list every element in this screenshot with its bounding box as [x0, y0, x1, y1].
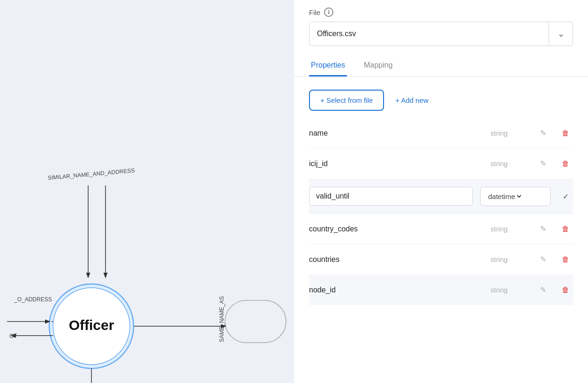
right-panel: File ℹ Officers.csv ⌄ Properties Mapping… [294, 0, 588, 383]
trash-icon: 🗑 [562, 160, 569, 168]
property-name-nodeid: node_id [309, 286, 483, 294]
edit-icijid-button[interactable]: ✎ [535, 156, 550, 171]
delete-countrycodes-button[interactable]: 🗑 [558, 222, 573, 237]
trash-icon: 🗑 [562, 225, 569, 233]
file-section: File ℹ Officers.csv ⌄ [294, 0, 588, 46]
trash-icon: 🗑 [562, 255, 569, 264]
svg-rect-0 [0, 0, 294, 383]
edit-name-button[interactable]: ✎ [535, 126, 550, 141]
file-dropdown-arrow[interactable]: ⌄ [549, 29, 573, 39]
property-row: icij_id string ✎ 🗑 [309, 149, 573, 179]
property-row: country_codes string ✎ 🗑 [309, 214, 573, 245]
pencil-icon: ✎ [540, 255, 546, 264]
property-row: countries string ✎ 🗑 [309, 245, 573, 275]
pencil-icon: ✎ [540, 159, 546, 168]
trash-icon: 🗑 [562, 286, 569, 294]
add-new-label: + Add new [395, 96, 428, 104]
delete-countries-button[interactable]: 🗑 [558, 252, 573, 267]
file-label: File [309, 8, 320, 16]
edit-countries-button[interactable]: ✎ [535, 252, 550, 267]
property-type-dropdown[interactable]: datetime string integer boolean [480, 187, 550, 206]
edit-countrycodes-button[interactable]: ✎ [535, 222, 550, 237]
select-from-file-button[interactable]: + Select from file [309, 90, 384, 111]
pencil-icon: ✎ [540, 129, 546, 138]
property-type-icijid: string [490, 160, 528, 168]
action-buttons: + Select from file + Add new [294, 77, 588, 118]
graph-panel: SIMILAR_NAME_AND_ADDRESS SAME_NAME_AS _O… [0, 0, 294, 383]
add-new-button[interactable]: + Add new [395, 96, 428, 104]
property-name-name: name [309, 129, 483, 138]
confirm-edit-button[interactable]: ✓ [558, 189, 573, 204]
property-row-editing: datetime string integer boolean ✓ [309, 179, 573, 214]
delete-name-button[interactable]: 🗑 [558, 126, 573, 141]
file-dropdown-value: Officers.csv [309, 23, 549, 45]
property-name-icijid: icij_id [309, 160, 483, 168]
file-dropdown[interactable]: Officers.csv ⌄ [309, 22, 573, 46]
property-row: node_id string ✎ 🗑 [309, 275, 573, 305]
property-name-countries: countries [309, 255, 483, 264]
properties-list: name string ✎ 🗑 icij_id string ✎ 🗑 [294, 118, 588, 305]
file-label-row: File ℹ [309, 8, 573, 17]
tab-properties[interactable]: Properties [309, 55, 347, 77]
edit-nodeid-button[interactable]: ✎ [535, 283, 550, 298]
select-from-file-label: + Select from file [320, 96, 373, 104]
file-info-icon[interactable]: ℹ [324, 8, 333, 17]
property-type-nodeid: string [490, 286, 528, 294]
property-type-countries: string [490, 255, 528, 263]
property-row: name string ✎ 🗑 [309, 118, 573, 149]
delete-icijid-button[interactable]: 🗑 [558, 156, 573, 171]
property-type-select[interactable]: datetime string integer boolean [486, 192, 523, 201]
property-type-name: string [490, 129, 528, 137]
trash-icon: 🗑 [562, 129, 569, 138]
edge-label-left-bottom: OF [9, 333, 17, 339]
officer-node-label: Officer [69, 317, 114, 333]
property-type-countrycodes: string [490, 225, 528, 233]
tab-mapping[interactable]: Mapping [362, 55, 394, 77]
checkmark-icon: ✓ [563, 192, 569, 201]
pencil-icon: ✎ [540, 224, 546, 233]
pencil-icon: ✎ [540, 285, 546, 294]
property-name-countrycodes: country_codes [309, 225, 483, 233]
property-name-input[interactable] [309, 187, 473, 206]
edge-label-left-top: _O_ADDRESS [14, 296, 52, 303]
edge-label-right: SAME_NAME_AS [219, 296, 225, 342]
delete-nodeid-button[interactable]: 🗑 [558, 283, 573, 298]
tabs-row: Properties Mapping [294, 55, 588, 77]
